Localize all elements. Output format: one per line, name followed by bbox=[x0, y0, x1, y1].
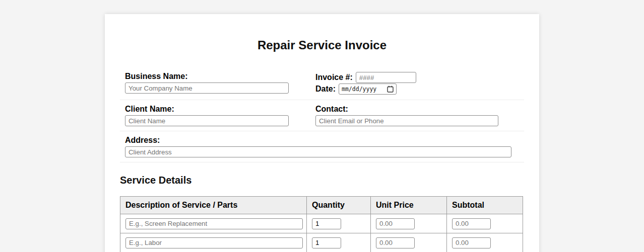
subtotal-input[interactable] bbox=[452, 218, 491, 229]
business-name-group: Business Name: bbox=[125, 72, 315, 95]
section-client-contact: Client Name: Contact: bbox=[120, 100, 524, 131]
client-name-group: Client Name: bbox=[125, 105, 315, 126]
contact-input[interactable] bbox=[315, 115, 498, 126]
section-address: Address: bbox=[120, 131, 524, 162]
client-name-label: Client Name: bbox=[125, 105, 315, 114]
invoice-card: Repair Service Invoice Business Name: In… bbox=[105, 14, 539, 252]
table-row bbox=[120, 214, 523, 233]
table-header-row: Description of Service / Parts Quantity … bbox=[120, 197, 523, 214]
date-row: Date: mm/dd/yyyy bbox=[315, 83, 519, 95]
business-name-label: Business Name: bbox=[125, 72, 315, 81]
invoice-number-input[interactable] bbox=[356, 72, 416, 83]
address-input[interactable] bbox=[125, 146, 511, 157]
service-items-table: Description of Service / Parts Quantity … bbox=[120, 196, 523, 252]
page-title: Repair Service Invoice bbox=[120, 38, 524, 52]
contact-group: Contact: bbox=[315, 105, 519, 126]
quantity-input[interactable] bbox=[312, 237, 341, 248]
date-label: Date: bbox=[315, 85, 336, 94]
invoice-number-row: Invoice #: bbox=[315, 72, 519, 83]
calendar-icon[interactable] bbox=[387, 86, 394, 93]
address-label: Address: bbox=[125, 136, 511, 145]
section-business-invoice: Business Name: Invoice #: Date: mm/dd/yy… bbox=[120, 67, 524, 100]
date-value: mm/dd/yyyy bbox=[342, 86, 376, 93]
client-name-input[interactable] bbox=[125, 115, 289, 126]
service-details-heading: Service Details bbox=[120, 175, 524, 186]
column-header-description: Description of Service / Parts bbox=[120, 197, 307, 214]
date-input[interactable]: mm/dd/yyyy bbox=[339, 83, 397, 95]
unit-price-input[interactable] bbox=[376, 218, 415, 229]
description-input[interactable] bbox=[125, 218, 303, 229]
quantity-input[interactable] bbox=[312, 218, 341, 229]
unit-price-input[interactable] bbox=[376, 237, 415, 248]
column-header-quantity: Quantity bbox=[307, 197, 371, 214]
address-group: Address: bbox=[125, 136, 511, 157]
column-header-unit-price: Unit Price bbox=[371, 197, 447, 214]
column-header-subtotal: Subtotal bbox=[447, 197, 523, 214]
invoice-number-label: Invoice #: bbox=[315, 73, 353, 82]
description-input[interactable] bbox=[125, 237, 303, 248]
table-row bbox=[120, 233, 523, 252]
contact-label: Contact: bbox=[315, 105, 519, 114]
subtotal-input[interactable] bbox=[452, 237, 491, 248]
business-name-input[interactable] bbox=[125, 82, 289, 94]
invoice-date-group: Invoice #: Date: mm/dd/yyyy bbox=[315, 72, 519, 95]
